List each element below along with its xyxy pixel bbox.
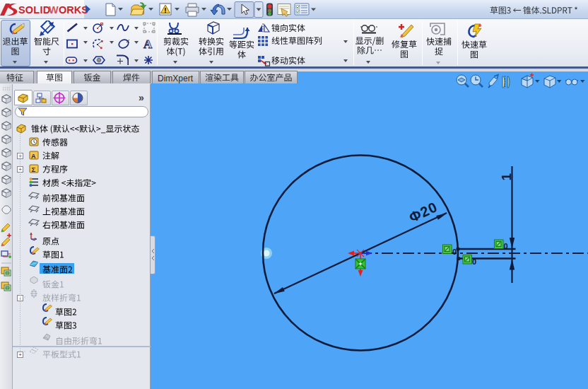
svg-text:1: 1 bbox=[499, 173, 514, 181]
svg-text:Φ20: Φ20 bbox=[406, 199, 440, 226]
svg-text:0: 0 bbox=[504, 242, 508, 250]
svg-text:0: 0 bbox=[452, 248, 457, 256]
svg-text:0: 0 bbox=[472, 257, 476, 266]
